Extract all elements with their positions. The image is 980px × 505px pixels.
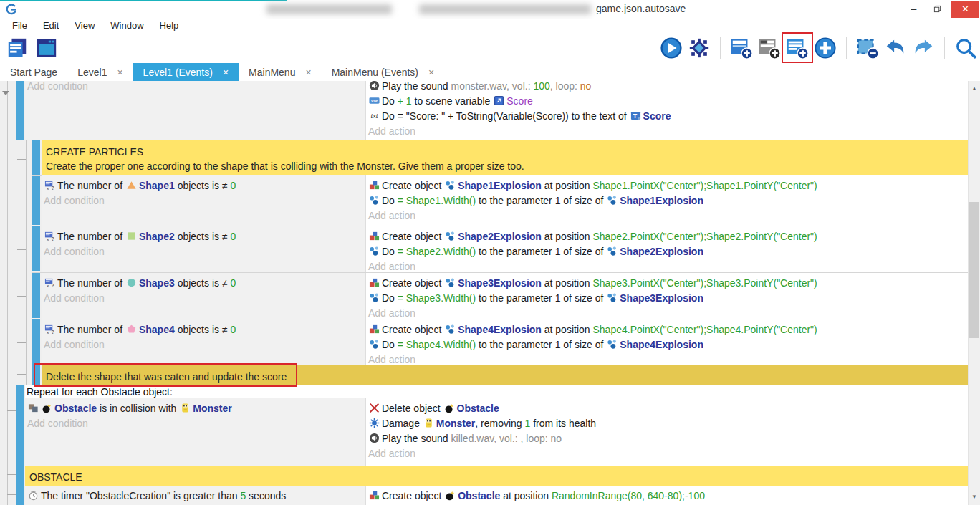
obstacle-icon — [444, 403, 455, 413]
text-segment: monster.wav — [451, 81, 507, 92]
vertical-scrollbar[interactable]: ▲ ▼ — [968, 81, 980, 505]
text-segment: 0 — [230, 180, 236, 191]
event-action[interactable]: Create object Shape1Explosion at positio… — [368, 178, 968, 193]
text-segment: Create object — [382, 324, 444, 335]
add-action-placeholder[interactable]: Add action — [368, 259, 968, 272]
tree-tick — [7, 494, 16, 495]
scrollbar-thumb[interactable] — [969, 202, 979, 338]
text-segment: to scene variable — [412, 95, 494, 107]
create-object-icon — [369, 277, 380, 288]
add-action-placeholder[interactable]: Add action — [368, 352, 968, 365]
svg-text:Var: Var — [371, 98, 378, 103]
text-segment: to the parameter 1 of size of — [476, 339, 606, 350]
event-action[interactable]: Create object Shape3Explosion at positio… — [368, 276, 968, 291]
actions-panel: Play the sound monster.wav, vol.: 100, l… — [365, 81, 968, 140]
event-action[interactable]: Do = Shape3.Width() to the parameter 1 o… — [368, 291, 968, 306]
event-condition[interactable]: x?The number of Shape3 objects is ≠ 0 — [44, 276, 365, 291]
tree-tick — [17, 159, 26, 160]
event-action[interactable]: Play the sound killed.wav, vol.: , loop:… — [368, 431, 968, 446]
particles-icon — [445, 180, 456, 191]
event-action[interactable]: Play the sound monster.wav, vol.: 100, l… — [368, 81, 968, 94]
comment-title: OBSTACLE — [29, 470, 968, 484]
event-condition[interactable]: Obstacle is in collision with Monster — [27, 401, 365, 416]
event-action[interactable]: VarDo + 1 to scene variable Score — [368, 94, 968, 109]
event-action[interactable]: Do = Shape4.Width() to the parameter 1 o… — [368, 337, 968, 352]
actions-panel: Create object Shape1Explosion at positio… — [365, 175, 968, 226]
text-segment: seconds — [246, 490, 286, 501]
text-segment: 100 — [533, 81, 549, 92]
scroll-down-icon[interactable]: ▼ — [969, 491, 980, 503]
count-condition-icon: x? — [44, 324, 55, 335]
particles-icon — [607, 246, 618, 256]
actions-panel: Create object Shape4Explosion at positio… — [365, 319, 968, 365]
create-object-icon — [369, 324, 380, 335]
add-condition-placeholder[interactable]: Add condition — [44, 337, 365, 352]
particles-icon — [369, 195, 380, 206]
text-segment: Create object — [382, 490, 444, 501]
comment-row[interactable]: CREATE PARTICLES Create the proper one a… — [42, 140, 968, 175]
add-action-placeholder[interactable]: Add action — [368, 208, 968, 223]
collapse-event-icon[interactable] — [2, 91, 9, 95]
add-action-placeholder[interactable]: Add action — [368, 306, 968, 319]
event-action[interactable]: txtDo = "Score: " + ToString(Variable(Sc… — [368, 109, 968, 124]
event-action[interactable]: Do = Shape2.Width() to the parameter 1 o… — [368, 244, 968, 259]
text-object-icon: Tx — [630, 110, 641, 121]
comment-row[interactable]: Delete the shape that was eaten and upda… — [42, 365, 968, 385]
comment-row[interactable]: OBSTACLE — [25, 466, 968, 486]
text-segment: , loop: — [550, 81, 580, 92]
conditions-panel: The timer "ObstacleCreation" is greater … — [25, 486, 365, 505]
text-segment: Shape3 — [139, 277, 175, 289]
comment-body: Delete the shape that was eaten and upda… — [46, 370, 968, 384]
text-segment: , vol.: — [506, 81, 533, 92]
text-segment: Create object — [382, 180, 444, 191]
svg-text:?: ? — [52, 330, 54, 335]
add-action-placeholder[interactable]: Add action — [368, 446, 968, 461]
event-action[interactable]: Create object Shape4Explosion at positio… — [368, 322, 968, 337]
text-segment: Shape2Explosion — [458, 231, 542, 242]
comment-title: CREATE PARTICLES — [46, 145, 968, 159]
add-condition-placeholder[interactable]: Add condition — [27, 416, 365, 431]
text-segment: objects is — [175, 324, 222, 335]
text-segment: at position — [542, 180, 593, 191]
text-segment: objects is — [175, 277, 222, 289]
text-segment: objects is — [175, 231, 222, 242]
event-condition[interactable]: x?The number of Shape4 objects is ≠ 0 — [44, 322, 365, 337]
text-segment: The timer "ObstacleCreation" is greater … — [41, 490, 240, 501]
text-segment: , removing — [475, 418, 524, 429]
add-condition-placeholder[interactable]: Add condition — [44, 244, 365, 259]
text-segment: Shape2Explosion — [620, 246, 703, 257]
svg-text:x: x — [47, 283, 49, 288]
event-condition[interactable]: x?The number of Shape1 objects is ≠ 0 — [44, 178, 365, 193]
svg-text:x: x — [638, 116, 640, 120]
foreach-event-header[interactable]: Repeat for each Obstacle object: — [25, 385, 968, 398]
conditions-panel: Obstacle is in collision with Monster Ad… — [25, 398, 365, 466]
text-segment: RandomInRange(80, 640-80);-100 — [552, 490, 705, 501]
add-condition-placeholder[interactable]: Add condition — [27, 81, 365, 94]
event-drag-bar — [32, 140, 40, 175]
text-segment: killed.wav, vol.: , loop: no — [451, 433, 562, 444]
event-drag-bar — [32, 226, 40, 271]
shape4-icon — [126, 324, 137, 335]
scroll-up-icon[interactable]: ▲ — [969, 83, 980, 95]
text-segment: Do — [382, 339, 398, 350]
event-condition[interactable]: The timer "ObstacleCreation" is greater … — [27, 489, 365, 504]
event-action[interactable]: Create object Obstacle at position Rando… — [368, 489, 968, 504]
event-action[interactable]: Create object Shape2Explosion at positio… — [368, 229, 968, 244]
add-action-placeholder[interactable]: Add action — [368, 124, 968, 139]
add-condition-placeholder[interactable]: Add condition — [44, 291, 365, 306]
event-condition[interactable]: x?The number of Shape2 objects is ≠ 0 — [44, 229, 365, 244]
add-condition-placeholder[interactable]: Add condition — [44, 193, 365, 208]
event-drag-bar — [32, 365, 40, 385]
particles-icon — [369, 292, 380, 303]
event-action[interactable]: Damage Monster, removing 1 from its heal… — [368, 416, 968, 431]
event-action[interactable]: Do = Shape1.Width() to the parameter 1 o… — [368, 193, 968, 208]
comment-body: Create the proper one according to the s… — [46, 159, 968, 173]
text-segment: at position — [542, 231, 593, 242]
text-segment: Shape1 — [139, 180, 175, 191]
event-action[interactable]: Delete object Obstacle — [368, 401, 968, 416]
tree-tick — [7, 474, 16, 475]
particles-icon — [445, 277, 456, 288]
count-condition-icon: x? — [44, 277, 55, 288]
count-condition-icon: x? — [44, 180, 55, 191]
text-segment: Damage — [382, 418, 423, 429]
